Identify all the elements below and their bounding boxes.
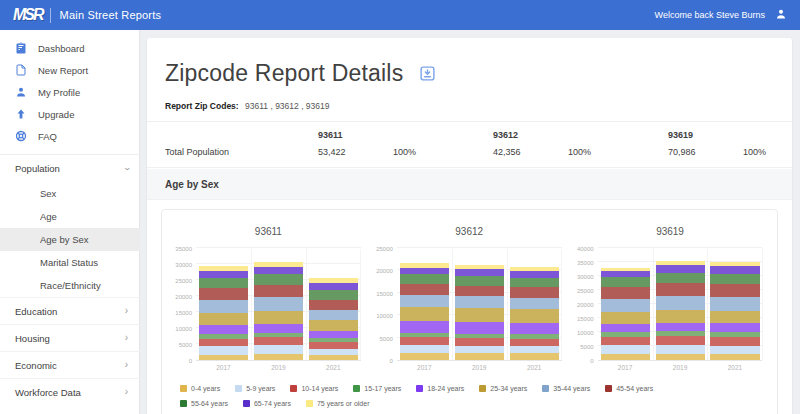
sidebar-item-dashboard[interactable]: Dashboard (0, 37, 140, 59)
legend-item: 10-14 years (290, 385, 338, 392)
v-gridline (507, 249, 508, 360)
msr-logo[interactable]: MSR (13, 6, 43, 24)
sidebar-section-label: Population (15, 163, 60, 174)
charts-row: 9361105000100001500020000250003000035000… (168, 222, 771, 371)
sidebar-section-workforce-data[interactable]: Workforce Data› (0, 378, 140, 405)
x-tick-label: 2017 (598, 364, 653, 371)
v-gridline (762, 249, 763, 360)
legend-label: 15-17 years (364, 385, 401, 392)
stacked-bar-2017 (601, 268, 650, 360)
bar-segment-18-24-years (710, 323, 759, 331)
bar-segment-35-44-years (601, 299, 650, 312)
legend-swatch (290, 385, 297, 392)
sidebar-section-education[interactable]: Education› (0, 297, 140, 324)
legend-label: 25-34 years (490, 385, 527, 392)
report-card: Zipcode Report Details Report Zip Codes:… (147, 38, 792, 414)
sidebar-item-age[interactable]: Age (0, 205, 140, 228)
bar-segment-45-54-years (601, 287, 650, 299)
faq-icon (15, 130, 27, 142)
download-report-icon[interactable] (419, 65, 436, 82)
summary-cell: 100% (743, 146, 774, 158)
bar-segment-0-4-years (254, 354, 303, 360)
bar-segment-35-44-years (199, 300, 248, 313)
y-tick-label: 25000 (175, 278, 192, 284)
y-tick-label: 0 (590, 358, 593, 364)
bar-segment-5-9-years (656, 345, 705, 353)
y-tick-label: 5000 (179, 342, 192, 348)
x-tick-label: 2017 (397, 364, 452, 371)
bar-segment-0-4-years (400, 353, 449, 360)
bar-segment-18-24-years (510, 323, 559, 334)
sidebar-section-label: Economic (15, 360, 57, 371)
bar-segment-5-9-years (510, 346, 559, 353)
plot-row: 0500010000150002000025000 (373, 249, 566, 361)
plot-area (397, 249, 562, 361)
y-tick-label: 15000 (175, 310, 192, 316)
y-tick-label: 0 (189, 358, 192, 364)
sidebar-section-economic[interactable]: Economic› (0, 351, 140, 378)
dashboard-icon (15, 42, 27, 54)
summary-zip-header: 93619 (668, 130, 743, 140)
legend-swatch (479, 385, 486, 392)
bar-segment-55-64-years (656, 273, 705, 284)
bar-segment-10-14-years (601, 337, 650, 346)
y-tick-label: 10000 (175, 326, 192, 332)
y-tick-label: 25000 (577, 288, 594, 294)
legend-swatch (306, 400, 313, 407)
sidebar-item-marital-status[interactable]: Marital Status (0, 251, 140, 274)
sidebar-item-sex[interactable]: Sex (0, 182, 140, 205)
bar-segment-25-34-years (455, 308, 504, 322)
sidebar-item-upgrade[interactable]: Upgrade (0, 103, 140, 125)
bar-segment-35-44-years (710, 297, 759, 311)
welcome-text: Welcome back Steve Burns (655, 10, 765, 20)
legend-label: 55-64 years (191, 400, 228, 407)
sidebar-item-my-profile[interactable]: My Profile (0, 81, 140, 103)
bar-segment-18-24-years (601, 324, 650, 332)
sidebar-section-housing[interactable]: Housing› (0, 324, 140, 351)
bar-segment-10-14-years (309, 342, 358, 349)
bar-segment-5-9-years (254, 345, 303, 354)
sidebar-item-age-by-sex[interactable]: Age by Sex (0, 228, 140, 251)
h-gridline (598, 247, 763, 248)
sidebar-section-population[interactable]: Population› (0, 155, 140, 182)
sidebar-item-label: New Report (38, 65, 88, 76)
app-name: Main Street Reports (60, 9, 162, 21)
x-tick-label: 2019 (251, 364, 306, 371)
bar-segment-65-74-years (199, 271, 248, 278)
bar-segment-0-4-years (710, 354, 759, 360)
summary-cell: 70,986 (668, 146, 743, 158)
bar-segment-45-54-years (455, 286, 504, 297)
user-avatar-icon[interactable] (775, 8, 787, 22)
bar-segment-25-34-years (656, 310, 705, 323)
sidebar-item-label: Upgrade (38, 109, 74, 120)
bar-segment-5-9-years (199, 346, 248, 354)
y-tick-label: 25000 (376, 246, 393, 252)
legend-item: 5-9 years (235, 385, 275, 392)
plot-area (598, 249, 763, 361)
sidebar-item-race-ethnicity[interactable]: Race/Ethnicity (0, 274, 140, 297)
sidebar-item-faq[interactable]: FAQ (0, 125, 140, 147)
bar-segment-65-74-years (710, 266, 759, 274)
stacked-bar-2021 (710, 262, 759, 360)
legend-item: 25-34 years (479, 385, 527, 392)
h-gridline (397, 247, 562, 248)
y-tick-label: 15000 (376, 291, 393, 297)
bar-segment-18-24-years (254, 324, 303, 333)
y-tick-label: 0 (389, 358, 392, 364)
chart-legend: 0-4 years5-9 years10-14 years15-17 years… (168, 371, 771, 414)
sidebar-item-new-report[interactable]: New Report (0, 59, 140, 81)
legend-swatch (180, 400, 187, 407)
legend-item: 55-64 years (180, 400, 228, 407)
bar-segment-35-44-years (400, 295, 449, 307)
stacked-bar-2021 (309, 278, 358, 360)
report-zip-label: Report Zip Codes: (165, 101, 239, 111)
bar-segment-25-34-years (400, 307, 449, 321)
chevron-down-icon: › (121, 167, 131, 170)
y-tick-label: 5000 (580, 344, 593, 350)
stacked-bar-2017 (400, 263, 449, 360)
chart-title: 93611 (172, 226, 365, 237)
bar-segment-5-9-years (455, 346, 504, 353)
x-tick-label: 2021 (507, 364, 562, 371)
x-axis-labels: 201720192021 (397, 364, 562, 371)
legend-label: 75 years or older (317, 400, 370, 407)
